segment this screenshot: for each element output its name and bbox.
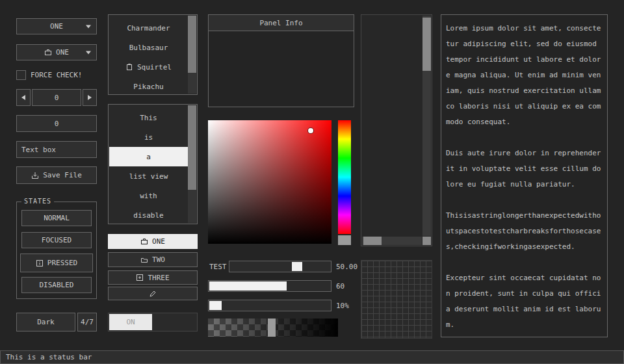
page-indicator: 4/7 bbox=[77, 313, 97, 332]
list-item-label: Bulbasaur bbox=[129, 44, 168, 52]
demo-list-rows: This is a list view with disable bbox=[109, 105, 188, 223]
one-button[interactable]: ONE bbox=[108, 234, 198, 249]
test-slider[interactable] bbox=[229, 261, 332, 272]
arrow-left-icon bbox=[21, 95, 25, 100]
theme-toggle-button[interactable]: Dark bbox=[16, 313, 75, 332]
spinner-increment-button[interactable] bbox=[83, 89, 97, 106]
list-item[interactable]: disable bbox=[109, 205, 188, 223]
status-bar: This is a status bar bbox=[0, 350, 624, 364]
alpha-slider[interactable] bbox=[208, 318, 338, 337]
list-item[interactable]: Pikachu bbox=[109, 77, 188, 94]
panel-body bbox=[208, 31, 354, 107]
three-button-label: THREE bbox=[148, 274, 169, 282]
list-item[interactable]: list view bbox=[109, 166, 188, 186]
list-item[interactable]: This bbox=[109, 108, 188, 127]
pencil-button[interactable] bbox=[108, 287, 198, 300]
list-item-label: Charmander bbox=[127, 24, 170, 32]
on-toggle[interactable]: ON bbox=[108, 313, 198, 332]
list-item-label: This bbox=[140, 114, 157, 122]
save-file-button[interactable]: Save File bbox=[16, 166, 97, 184]
value-box[interactable]: 0 bbox=[16, 115, 97, 132]
three-button[interactable]: THREE bbox=[108, 270, 198, 285]
save-file-label: Save File bbox=[43, 171, 82, 179]
two-button[interactable]: TWO bbox=[108, 252, 198, 267]
list-item-label: a bbox=[146, 153, 151, 161]
vertical-scrollbar[interactable] bbox=[422, 16, 431, 236]
spinner-decrement-button[interactable] bbox=[16, 89, 31, 106]
color-picker-area[interactable] bbox=[208, 120, 332, 244]
list-item[interactable]: with bbox=[109, 186, 188, 205]
clipboard-icon bbox=[125, 63, 133, 71]
horizontal-scrollbar[interactable] bbox=[362, 237, 422, 245]
hue-bar-handle[interactable] bbox=[338, 235, 351, 245]
vertical-scrollbar-thumb[interactable] bbox=[422, 18, 431, 71]
list-item-label: is bbox=[144, 133, 153, 142]
widget-gallery-window: { "colors": { "background": "#242424", "… bbox=[0, 0, 624, 364]
states-group: STATES NORMAL FOCUSED PRESSED DISABLED bbox=[16, 202, 97, 299]
normal-state-button[interactable]: NORMAL bbox=[21, 210, 92, 226]
briefcase-icon bbox=[44, 49, 52, 57]
two-button-label: TWO bbox=[152, 255, 165, 264]
list-item-label: list view bbox=[129, 172, 168, 181]
list-item[interactable]: Bulbasaur bbox=[109, 38, 188, 57]
dropdown-two[interactable]: ONE bbox=[16, 44, 97, 60]
info-box-icon bbox=[36, 259, 44, 267]
slider-bar-fill[interactable] bbox=[209, 301, 222, 310]
spinner-value[interactable]: 0 bbox=[32, 89, 81, 106]
dropdown-one[interactable]: ONE bbox=[16, 18, 97, 34]
panel-title-bar: Panel Info bbox=[208, 14, 354, 31]
list-item-selected[interactable]: a bbox=[109, 147, 188, 166]
checkbox-label: FORCE CHECK! bbox=[31, 71, 82, 79]
scrollbar[interactable] bbox=[188, 16, 196, 94]
paragraph: Excepteur sint occaecat cupidatat non pr… bbox=[446, 270, 603, 333]
scrollbar-corner bbox=[422, 237, 431, 245]
list-item-label: Squirtel bbox=[137, 63, 172, 72]
slider-bar-second[interactable] bbox=[208, 280, 332, 292]
list-item-label: with bbox=[140, 192, 157, 200]
hue-bar[interactable] bbox=[338, 120, 351, 234]
list-item-label: Pikachu bbox=[133, 83, 163, 91]
demo-list-view[interactable]: This is a list view with disable bbox=[108, 104, 198, 224]
spinner: 0 bbox=[16, 89, 97, 106]
test-slider-label: TEST bbox=[209, 261, 228, 272]
horizontal-scrollbar-thumb[interactable] bbox=[363, 237, 382, 245]
chevron-down-icon bbox=[86, 25, 91, 28]
list-item[interactable]: is bbox=[109, 127, 188, 147]
checkbox-box[interactable] bbox=[16, 70, 26, 80]
pressed-state-button[interactable]: PRESSED bbox=[20, 254, 93, 272]
list-item-label: disable bbox=[133, 211, 163, 220]
scrollbar-thumb[interactable] bbox=[188, 16, 196, 73]
grid-control[interactable] bbox=[361, 260, 432, 339]
slider-bar-third[interactable] bbox=[208, 300, 332, 311]
scrollbar-thumb[interactable] bbox=[188, 105, 196, 190]
alpha-slider-handle[interactable] bbox=[268, 318, 276, 337]
force-checkbox[interactable]: FORCE CHECK! bbox=[16, 70, 101, 80]
disabled-state-button: DISABLED bbox=[21, 277, 92, 293]
status-bar-text: This is a status bar bbox=[6, 353, 92, 361]
paragraph: Duis aute irure dolor in reprehenderit i… bbox=[446, 146, 603, 192]
focused-state-button[interactable]: FOCUSED bbox=[21, 232, 92, 248]
scroll-panel bbox=[361, 14, 432, 246]
paragraph: Thisisastringlongerthanexpectedwithoutsp… bbox=[446, 208, 603, 255]
toggle-label: ON bbox=[126, 318, 135, 326]
pokemon-list-view[interactable]: Charmander Bulbasaur Squirtel Pikachu bbox=[108, 14, 198, 95]
slider-bar-fill[interactable] bbox=[209, 281, 287, 291]
test-slider-handle[interactable] bbox=[292, 262, 302, 271]
list-item[interactable]: Squirtel bbox=[109, 57, 188, 77]
lorem-text-panel: Lorem ipsum dolor sit amet, consectetur … bbox=[441, 14, 608, 337]
pressed-state-label: PRESSED bbox=[47, 259, 77, 267]
dropdown-one-label: ONE bbox=[50, 22, 63, 31]
folder-icon bbox=[140, 256, 148, 264]
pencil-icon bbox=[149, 290, 157, 298]
scrollbar[interactable] bbox=[188, 105, 196, 223]
chevron-down-icon bbox=[86, 51, 91, 54]
dropdown-two-label: ONE bbox=[56, 48, 69, 57]
list-item[interactable]: Charmander bbox=[109, 18, 188, 38]
arrow-right-icon bbox=[88, 95, 92, 100]
text-box-input[interactable]: Text box bbox=[16, 141, 97, 158]
paragraph: Lorem ipsum dolor sit amet, consectetur … bbox=[446, 21, 603, 130]
color-picker-cursor[interactable] bbox=[308, 128, 313, 133]
plus-box-icon bbox=[136, 274, 144, 281]
toggle-knob[interactable]: ON bbox=[109, 314, 152, 330]
save-icon bbox=[31, 172, 39, 179]
